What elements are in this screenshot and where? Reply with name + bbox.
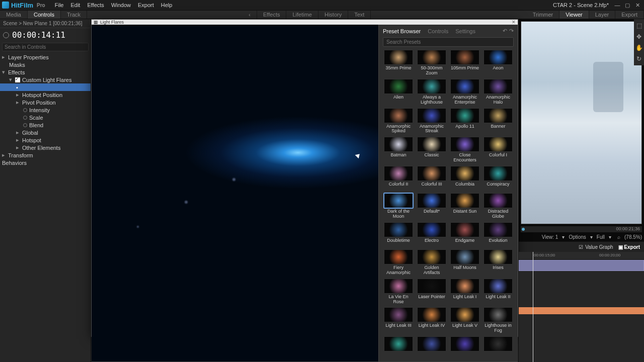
zoom-icon[interactable]: ⌕	[617, 234, 620, 240]
close-button[interactable]: ✕	[633, 2, 642, 9]
current-timecode[interactable]: 00:00:14:11	[12, 30, 65, 40]
preset-item[interactable]: Anamorphic Halo	[482, 79, 514, 106]
tab-lifetime[interactable]: Lifetime	[286, 11, 318, 19]
tree-pivot-position[interactable]: ▸Pivot Position	[0, 99, 91, 106]
preset-item[interactable]: Distant Sun	[449, 193, 480, 220]
preset-item[interactable]: Dark of the Moon	[383, 193, 414, 220]
preset-item[interactable]: Light Leak II	[482, 279, 514, 306]
preset-item[interactable]: Colorful III	[416, 166, 447, 191]
tab-trimmer[interactable]: Trimmer	[527, 11, 560, 19]
menu-export[interactable]: Export	[138, 2, 154, 8]
tab-text[interactable]: Text	[348, 11, 371, 19]
maximize-button[interactable]: ▢	[623, 2, 632, 9]
zoom-value[interactable]: (78.5%)	[624, 234, 642, 240]
tree-blend[interactable]: Blend	[0, 121, 91, 129]
preset-item[interactable]	[449, 336, 480, 361]
keyframe-icon[interactable]	[23, 123, 27, 127]
timeline-clip-audio[interactable]	[519, 307, 644, 314]
preset-item[interactable]: Colorful I	[482, 137, 514, 164]
tab-preset-settings[interactable]: Settings	[455, 28, 475, 34]
tab-layer[interactable]: Layer	[589, 11, 616, 19]
tree-transform[interactable]: ▸Transform	[0, 151, 91, 159]
preset-item[interactable]: Alien	[383, 79, 414, 106]
search-controls-input[interactable]	[2, 43, 89, 51]
preset-item[interactable]: Always a Lighthouse	[416, 79, 447, 106]
move-tool-icon[interactable]: ✥	[635, 33, 642, 40]
tab-export[interactable]: Export	[615, 11, 644, 19]
tree-effects[interactable]: ▾Effects	[0, 68, 91, 76]
full-menu[interactable]: Full	[597, 234, 605, 240]
tree-hotspot[interactable]: ▸Hotspot	[0, 136, 91, 144]
export-button[interactable]: ▣ Export	[618, 244, 640, 250]
keyframe-icon[interactable]	[23, 108, 27, 112]
hand-tool-icon[interactable]: ✋	[635, 44, 642, 51]
preset-item[interactable]	[383, 336, 414, 361]
preset-item[interactable]: 50-300mm Zoom	[416, 50, 447, 77]
viewer-scrubber[interactable]: 00:00:21;36	[521, 226, 642, 232]
preset-item[interactable]: Anamorphic Enterprise	[449, 79, 480, 106]
tree-layer-properties[interactable]: ▸Layer Properties	[0, 53, 91, 61]
preset-item[interactable]: Light Leak V	[449, 307, 480, 334]
viewer-canvas[interactable]	[521, 21, 642, 224]
preset-item[interactable]: Irises	[482, 249, 514, 277]
preset-item[interactable]	[482, 336, 514, 361]
tree-other-elements[interactable]: ▸Other Elements	[0, 144, 91, 151]
preset-item[interactable]: Default*	[416, 193, 447, 220]
preset-item[interactable]: Aeon	[482, 50, 514, 77]
tree-selected-flare[interactable]: •	[0, 83, 91, 91]
preset-item[interactable]: Distracted Globe	[482, 193, 514, 220]
dialog-titlebar[interactable]: ▦ Light Flares ✕	[92, 20, 518, 25]
menu-effects[interactable]: Effects	[87, 2, 104, 8]
nav-prev[interactable]: ‹	[243, 11, 257, 19]
dialog-close-button[interactable]: ✕	[512, 20, 516, 25]
tab-viewer[interactable]: Viewer	[559, 11, 589, 19]
flare-preview[interactable]	[92, 25, 378, 361]
timeline-playhead[interactable]	[533, 252, 533, 362]
tree-masks[interactable]: Masks	[0, 61, 91, 68]
preset-item[interactable]: Conspiracy	[482, 166, 514, 191]
timeline-tracks[interactable]: 00:00:15;00 00:00:20;00	[519, 252, 644, 362]
preset-item[interactable]: Batman	[383, 137, 414, 164]
preset-item[interactable]: Light Leak I	[449, 279, 480, 306]
preset-item[interactable]: Light Leak IV	[416, 307, 447, 334]
preset-item[interactable]: Light Leak III	[383, 307, 414, 334]
menu-help[interactable]: Help	[161, 2, 173, 8]
undo-icon[interactable]: ↶	[503, 28, 507, 34]
keyframe-icon[interactable]	[23, 116, 27, 120]
preset-item[interactable]: Electro	[416, 222, 447, 247]
preset-item[interactable]: Colorful II	[383, 166, 414, 191]
preset-item[interactable]: Doubletime	[383, 222, 414, 247]
preset-item[interactable]: Evolution	[482, 222, 514, 247]
tab-preset-controls[interactable]: Controls	[428, 28, 448, 34]
tree-behaviors[interactable]: Behaviors	[0, 159, 91, 166]
value-graph-toggle[interactable]: ☑ Value Graph	[579, 244, 613, 250]
preset-item[interactable]: 35mm Prime	[383, 50, 414, 77]
tree-global[interactable]: ▸Global	[0, 129, 91, 136]
tab-history[interactable]: History	[318, 11, 348, 19]
tab-controls[interactable]: Controls	[28, 11, 61, 19]
minimize-button[interactable]: —	[613, 2, 622, 9]
preset-item[interactable]: Fiery Anamorphic	[383, 249, 414, 277]
preset-item[interactable]: Half Moons	[449, 249, 480, 277]
search-presets-input[interactable]	[383, 37, 514, 47]
options-menu[interactable]: Options	[569, 234, 586, 240]
tab-preset-browser[interactable]: Preset Browser	[383, 28, 421, 34]
preset-item[interactable]: Classic	[416, 137, 447, 164]
tree-scale[interactable]: Scale	[0, 114, 91, 121]
checkbox-icon[interactable]	[15, 77, 20, 82]
orbit-tool-icon[interactable]: ↻	[635, 55, 642, 62]
time-ruler[interactable]: 00:00:15;00 00:00:20;00	[519, 252, 644, 260]
preset-item[interactable]: Anamorphic Streak	[416, 108, 447, 135]
preset-item[interactable]: Endgame	[449, 222, 480, 247]
view-selector[interactable]: View: 1	[542, 234, 558, 240]
preset-item[interactable]: Apollo 11	[449, 108, 480, 135]
preset-grid[interactable]: 35mm Prime50-300mm Zoom105mm PrimeAeonAl…	[379, 50, 518, 361]
preset-item[interactable]	[416, 336, 447, 361]
preset-item[interactable]: Lighthouse in Fog	[482, 307, 514, 334]
preset-item[interactable]: Banner	[482, 108, 514, 135]
menu-window[interactable]: Window	[111, 2, 131, 8]
preset-item[interactable]: 105mm Prime	[449, 50, 480, 77]
preset-item[interactable]: La Vie En Rose	[383, 279, 414, 306]
preset-item[interactable]: Anamorphic Spiked	[383, 108, 414, 135]
tree-intensity[interactable]: Intensity	[0, 106, 91, 114]
